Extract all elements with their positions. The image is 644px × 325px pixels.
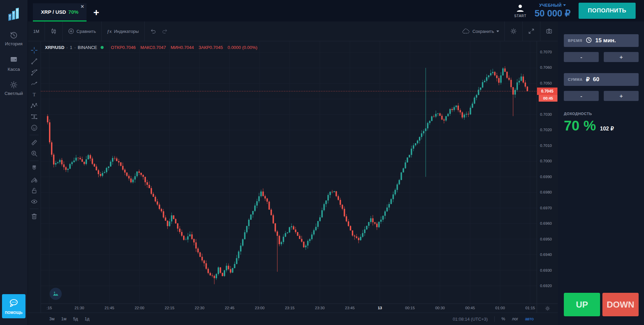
trend-line-tool[interactable] <box>29 56 39 67</box>
drawing-mode-tool[interactable] <box>29 174 39 185</box>
time-field[interactable]: ВРЕМЯ 15 мин. <box>564 34 639 47</box>
save-layout-button[interactable]: Сохранить <box>457 21 504 41</box>
account-avatar[interactable]: START <box>514 4 527 18</box>
text-tool[interactable]: T <box>29 89 39 100</box>
price-tick: 0.6980 <box>540 190 552 194</box>
compare-label: Сравнить <box>76 29 96 34</box>
candlestick-chart[interactable] <box>41 41 537 304</box>
auto-scale-toggle[interactable]: авто <box>525 317 534 321</box>
sidebar-item-history[interactable]: История <box>5 31 22 46</box>
time-field-label: ВРЕМЯ <box>568 39 582 43</box>
legend-exchange: BINANCE <box>78 45 97 50</box>
svg-text:T: T <box>33 92 36 97</box>
time-tick: 21:45 <box>100 306 119 310</box>
lock-tool[interactable] <box>29 185 39 196</box>
session-clock[interactable]: 01:08:14 (UTC+3) <box>453 317 488 322</box>
chart-zone: T <box>28 41 558 313</box>
amount-field-label: СУММА <box>568 77 583 82</box>
log-scale-toggle[interactable]: лог <box>512 317 518 321</box>
axis-settings-gear-icon[interactable] <box>537 304 558 313</box>
sidebar-item-label: Светлый <box>5 91 23 96</box>
emoji-tool[interactable] <box>29 122 39 133</box>
time-minus-button[interactable]: - <box>564 52 599 62</box>
chart-type-button[interactable] <box>45 21 62 41</box>
range-button-3м[interactable]: 3м <box>49 317 55 321</box>
tab-payout: 70% <box>68 9 78 15</box>
down-button[interactable]: DOWN <box>602 293 639 316</box>
account-type-label: УЧЕБНЫЙ <box>539 3 561 8</box>
amount-plus-button[interactable]: + <box>604 91 639 101</box>
help-button[interactable]: ПОМОЩЬ <box>2 294 25 318</box>
amount-minus-button[interactable]: - <box>564 91 599 101</box>
balance-value: 50 000 ₽ <box>535 8 571 19</box>
range-button-1м[interactable]: 1м <box>61 317 67 321</box>
avatar-label: START <box>514 14 527 18</box>
chevron-down-icon <box>563 4 566 6</box>
position-tool[interactable] <box>29 111 39 122</box>
time-axis[interactable]: :1521:3021:4522:0022:1522:3022:4523:0023… <box>41 304 537 313</box>
add-tab-button[interactable]: + <box>87 3 106 21</box>
time-tick: :15 <box>40 306 59 310</box>
fx-icon: ƒx <box>107 29 112 34</box>
pattern-xabcd-tool[interactable] <box>29 100 39 111</box>
sidebar-item-cashier[interactable]: Касса <box>8 55 20 72</box>
indicators-button[interactable]: ƒx Индикаторы <box>102 21 144 41</box>
compare-button[interactable]: Сравнить <box>63 21 101 41</box>
time-plus-button[interactable]: + <box>604 52 639 62</box>
magnet-tool[interactable] <box>29 163 39 174</box>
remove-drawings-trash-tool[interactable] <box>29 211 39 222</box>
chart-settings-button[interactable] <box>505 21 522 41</box>
ruler-tool[interactable] <box>29 137 39 148</box>
indicators-label: Индикаторы <box>114 29 139 34</box>
asset-tab-xrp-usd[interactable]: XRP / USD 70% ✕ <box>33 3 87 21</box>
trade-panel: ВРЕМЯ 15 мин. - + СУММА ₽ 60 <box>558 21 644 325</box>
fib-tool[interactable] <box>29 67 39 78</box>
amount-field[interactable]: СУММА ₽ 60 <box>564 73 639 86</box>
time-tick: 23:00 <box>250 306 269 310</box>
deposit-button[interactable]: ПОПОЛНИТЬ <box>579 3 636 19</box>
price-tick: 0.6990 <box>540 175 552 179</box>
wallet-icon <box>9 55 18 65</box>
time-tick: 23:15 <box>280 306 299 310</box>
up-button[interactable]: UP <box>564 293 600 316</box>
chart-area[interactable]: XRP/USD · 1 · BINANCE ОТКР0.7046 МАКС0.7… <box>41 41 558 313</box>
save-label: Сохранить <box>472 29 494 34</box>
payout-section: ДОХОДНОСТЬ 70 % 102 ₽ <box>564 112 639 134</box>
brush-tool[interactable] <box>29 78 39 89</box>
trading-app: История Касса Светлый <box>0 0 644 325</box>
percent-scale-toggle[interactable]: % <box>501 317 505 321</box>
time-field-value: 15 мин. <box>595 37 616 44</box>
price-tick: 0.7000 <box>540 159 552 163</box>
current-price-tag: 0.7045 <box>537 88 557 95</box>
history-icon <box>9 31 18 40</box>
zoom-in-tool[interactable] <box>29 148 39 159</box>
sidebar-item-theme[interactable]: Светлый <box>5 80 23 96</box>
price-axis[interactable]: 0.70700.70600.70500.70400.70300.70200.70… <box>537 41 558 304</box>
tab-close-icon[interactable]: ✕ <box>80 4 84 9</box>
theme-sun-icon <box>9 80 18 89</box>
time-tick: 00:15 <box>400 306 419 310</box>
balance-selector[interactable]: УЧЕБНЫЙ 50 000 ₽ <box>535 3 571 19</box>
tab-symbol: XRP / USD <box>41 9 66 15</box>
crosshair-tool[interactable] <box>29 45 39 56</box>
fullscreen-icon[interactable] <box>523 21 540 41</box>
chart-toolbar: 1М <box>28 21 558 41</box>
redo-button[interactable] <box>161 21 173 41</box>
price-tick: 0.6940 <box>540 253 552 257</box>
range-button-5д[interactable]: 5д <box>73 317 78 321</box>
screenshot-camera-icon[interactable] <box>540 21 558 41</box>
undo-button[interactable] <box>145 21 161 41</box>
price-tick: 0.6960 <box>540 221 552 225</box>
price-tick: 0.7070 <box>540 50 552 54</box>
price-tick: 0.7060 <box>540 65 552 69</box>
time-tick: 22:15 <box>160 306 179 310</box>
hide-drawings-eye-tool[interactable] <box>29 196 39 207</box>
app-logo <box>6 4 22 22</box>
price-tick: 0.7030 <box>540 112 552 116</box>
range-button-1д[interactable]: 1д <box>85 317 89 321</box>
time-tick: 23:45 <box>340 306 359 310</box>
chart-legend: XRP/USD · 1 · BINANCE ОТКР0.7046 МАКС0.7… <box>45 45 257 50</box>
clock-icon <box>586 37 592 45</box>
interval-button[interactable]: 1М <box>28 21 45 41</box>
symbol-watermark-badge[interactable] <box>50 288 62 300</box>
